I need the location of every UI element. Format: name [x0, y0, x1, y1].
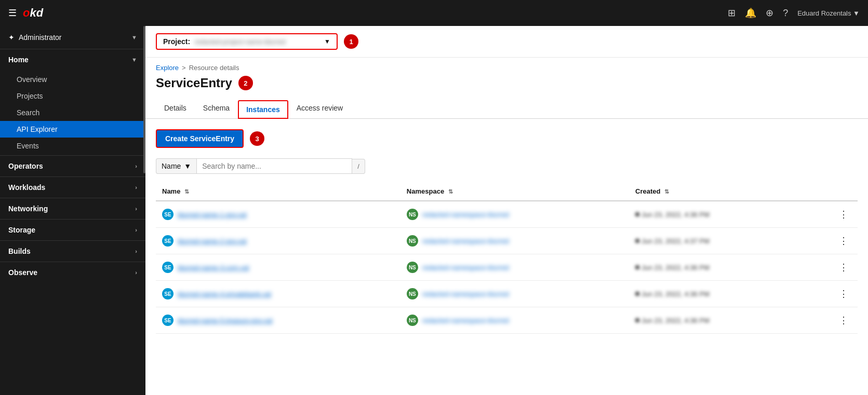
kebab-menu-1[interactable]: ⋮ [836, 234, 851, 248]
kebab-menu-3[interactable]: ⋮ [836, 287, 851, 301]
instances-table: Name ⇅ Namespace ⇅ Created ⇅ SE blurred-… [156, 182, 858, 334]
search-input[interactable] [196, 158, 352, 174]
name-link-1[interactable]: blurred-name-2.gov.val [178, 237, 247, 245]
operators-label: Operators [8, 162, 43, 170]
actions-cell-1: ⋮ [802, 228, 858, 254]
project-selector[interactable]: Project: redacted-project-name-blurred ▼ [156, 33, 338, 50]
user-menu[interactable]: Eduard Rozentals ▼ [797, 9, 860, 17]
page-title-area: ServiceEntry 2 [145, 74, 868, 99]
name-link-2[interactable]: blurred-name-3.com.val [178, 264, 249, 271]
admin-chevron: ▼ [131, 34, 137, 40]
tab-details[interactable]: Details [156, 99, 195, 119]
created-value-3: Jun 23, 2022, 4:36 PM [635, 290, 795, 298]
tab-instances[interactable]: Instances [238, 100, 288, 119]
namespace-sort-icon[interactable]: ⇅ [448, 188, 453, 195]
tab-schema[interactable]: Schema [195, 99, 238, 119]
sidebar-admin-header[interactable]: ✦ Administrator ▼ [0, 26, 145, 49]
col-created: Created ⇅ [629, 182, 802, 201]
sidebar-item-projects[interactable]: Projects [0, 88, 145, 104]
ns-badge-4: NS [407, 315, 418, 326]
table-row: SE blurred-name-4.privatebank.val NS red… [156, 281, 858, 307]
table-row: SE blurred-name-1.gov.val NS redacted-na… [156, 201, 858, 228]
sidebar-group-workloads[interactable]: Workloads › [0, 177, 145, 198]
page-title: ServiceEntry [156, 76, 232, 90]
home-chevron: ▼ [131, 57, 137, 63]
breadcrumb-area: Explore > Resource details [145, 58, 868, 74]
sidebar-item-api-explorer[interactable]: API Explorer [0, 121, 145, 138]
workloads-chevron: › [135, 184, 137, 190]
create-btn-area: Create ServiceEntry 3 [156, 129, 858, 148]
ns-badge-0: NS [407, 209, 418, 220]
created-dot-1 [635, 239, 639, 243]
step-badge-2: 2 [238, 76, 253, 90]
created-dot-0 [635, 212, 639, 216]
created-dot-3 [635, 292, 639, 296]
sidebar-group-operators[interactable]: Operators › [0, 156, 145, 176]
name-sort-icon[interactable]: ⇅ [184, 188, 189, 195]
builds-chevron: › [135, 248, 137, 254]
name-badge-4: SE [162, 315, 173, 326]
ns-badge-3: NS [407, 288, 418, 299]
scrollbar[interactable] [143, 26, 145, 173]
okd-logo: okd [23, 6, 43, 20]
created-value-4: Jun 23, 2022, 4:36 PM [635, 317, 795, 324]
name-cell-3: SE blurred-name-4.privatebank.val [156, 281, 400, 307]
breadcrumb-explore[interactable]: Explore [156, 64, 179, 72]
bell-icon[interactable]: 🔔 [745, 7, 756, 19]
logo-o: o [23, 6, 30, 20]
namespace-cell-0: NS redacted-namespace-blurred [400, 201, 629, 228]
top-navigation: ☰ okd ⊞ 🔔 ⊕ ? Eduard Rozentals ▼ [0, 0, 868, 26]
sidebar-group-networking[interactable]: Networking › [0, 198, 145, 219]
ns-badge-2: NS [407, 262, 418, 273]
filter-dropdown[interactable]: Name ▼ [156, 158, 196, 174]
actions-cell-2: ⋮ [802, 254, 858, 281]
sidebar-item-overview[interactable]: Overview [0, 71, 145, 88]
breadcrumb: Explore > Resource details [156, 64, 858, 72]
created-sort-icon[interactable]: ⇅ [664, 188, 669, 195]
create-service-entry-button[interactable]: Create ServiceEntry [156, 129, 244, 148]
namespace-cell-4: NS redacted-namespace-blurred [400, 307, 629, 334]
filter-dropdown-label: Name [162, 162, 181, 170]
kebab-menu-0[interactable]: ⋮ [836, 208, 851, 221]
app-layout: ✦ Administrator ▼ Home ▼ Overview Projec… [0, 26, 868, 395]
name-link-3[interactable]: blurred-name-4.privatebank.val [178, 290, 271, 298]
workloads-label: Workloads [8, 183, 45, 192]
help-icon[interactable]: ? [783, 8, 788, 19]
cog-icon: ✦ [8, 33, 15, 42]
actions-cell-3: ⋮ [802, 281, 858, 307]
name-cell-0: SE blurred-name-1.gov.val [156, 201, 400, 228]
created-cell-1: Jun 23, 2022, 4:37 PM [629, 228, 802, 254]
admin-label: Administrator [19, 33, 61, 42]
actions-cell-4: ⋮ [802, 307, 858, 334]
namespace-cell-1: NS redacted-namespace-blurred [400, 228, 629, 254]
builds-label: Builds [8, 247, 31, 255]
networking-chevron: › [135, 206, 137, 212]
storage-label: Storage [8, 226, 35, 234]
namespace-cell-3: NS redacted-namespace-blurred [400, 281, 629, 307]
sidebar-item-events[interactable]: Events [0, 138, 145, 154]
created-dot-4 [635, 318, 639, 322]
filter-slash-hint: / [352, 159, 365, 174]
kebab-menu-4[interactable]: ⋮ [836, 314, 851, 327]
kebab-menu-2[interactable]: ⋮ [836, 261, 851, 274]
table-row: SE blurred-name-3.com.val NS redacted-na… [156, 254, 858, 281]
sidebar-item-search[interactable]: Search [0, 104, 145, 121]
sidebar-group-home[interactable]: Home ▼ [0, 49, 145, 70]
name-link-0[interactable]: blurred-name-1.gov.val [178, 211, 247, 219]
namespace-cell-2: NS redacted-namespace-blurred [400, 254, 629, 281]
created-dot-2 [635, 265, 639, 269]
sidebar-group-storage[interactable]: Storage › [0, 220, 145, 240]
plus-icon[interactable]: ⊕ [766, 7, 773, 19]
table-row: SE blurred-name-2.gov.val NS redacted-na… [156, 228, 858, 254]
hamburger-menu[interactable]: ☰ [8, 7, 17, 19]
sidebar-group-builds[interactable]: Builds › [0, 241, 145, 262]
actions-cell-0: ⋮ [802, 201, 858, 228]
tab-access-review[interactable]: Access review [288, 99, 351, 119]
name-badge-1: SE [162, 235, 173, 247]
name-link-4[interactable]: blurred-name-5.treasury.gov.val [178, 317, 272, 324]
grid-icon[interactable]: ⊞ [728, 7, 736, 19]
filter-chevron-icon: ▼ [184, 162, 191, 170]
created-cell-2: Jun 23, 2022, 4:36 PM [629, 254, 802, 281]
project-value: redacted-project-name-blurred [194, 38, 320, 46]
sidebar-group-observe[interactable]: Observe › [0, 262, 145, 283]
